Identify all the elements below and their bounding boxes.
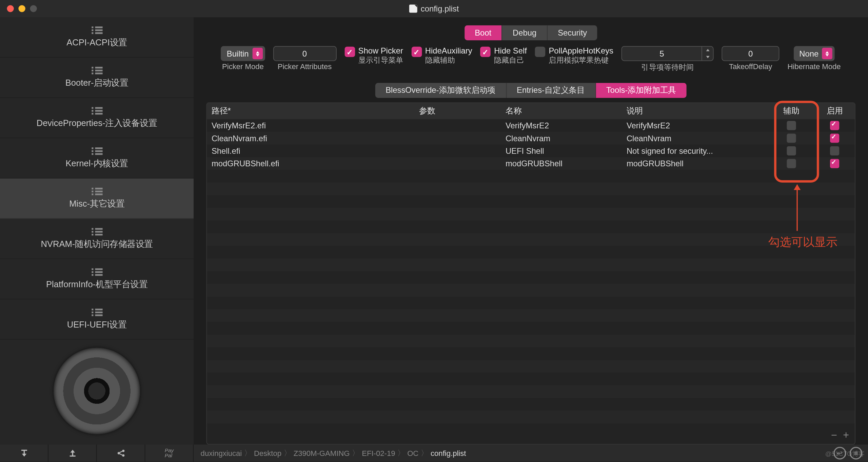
enabled-checkbox[interactable] xyxy=(830,159,839,168)
watermark: @51CTO博客 xyxy=(825,450,865,459)
add-row-button[interactable]: + xyxy=(843,429,849,442)
picker-mode-select[interactable]: Builtin xyxy=(221,46,265,61)
chevron-right-icon: 〉 xyxy=(421,448,428,459)
window-title-text: config.plist xyxy=(421,4,459,13)
sidebar-item-label: PlatformInfo-机型平台设置 xyxy=(46,279,147,290)
table-row[interactable]: CleanNvram.efiCleanNvramCleanNvram xyxy=(207,132,855,144)
list-icon xyxy=(91,268,102,275)
table-footer: − + xyxy=(207,427,855,444)
col-aux[interactable]: 辅助 xyxy=(768,103,814,119)
top-tab[interactable]: Security xyxy=(547,25,597,40)
col-enabled[interactable]: 启用 xyxy=(814,103,855,119)
takeoff-delay-field[interactable]: 0 xyxy=(722,46,780,61)
hide-self-checkbox[interactable] xyxy=(480,47,491,57)
enabled-checkbox[interactable] xyxy=(830,121,839,130)
picker-mode-label: Picker Mode xyxy=(222,62,264,71)
sub-tab[interactable]: Entries-自定义条目 xyxy=(506,83,595,98)
share-button[interactable] xyxy=(97,444,145,462)
col-name[interactable]: 名称 xyxy=(501,103,622,119)
sidebar-item-label: Booter-启动设置 xyxy=(65,78,129,88)
breadcrumb-item[interactable]: config.plist xyxy=(431,449,466,458)
hibernate-mode-select[interactable]: None xyxy=(793,46,834,61)
top-tab[interactable]: Boot xyxy=(465,25,502,40)
breadcrumb-item[interactable]: duxingxiucai xyxy=(201,449,242,458)
sidebar-item[interactable]: ACPI-ACPI设置 xyxy=(0,17,194,58)
hide-self-sub: 隐藏自己 xyxy=(494,55,527,66)
cell-desc: modGRUBShell xyxy=(622,156,768,171)
zoom-window-button[interactable] xyxy=(30,5,37,12)
list-icon xyxy=(91,107,102,114)
export-button[interactable] xyxy=(48,444,97,462)
top-tab[interactable]: Debug xyxy=(502,25,547,40)
import-button[interactable] xyxy=(0,444,48,462)
misc-section-tabs: BootDebugSecurity xyxy=(465,25,597,40)
table-row[interactable]: VerifyMsrE2.efiVerifyMsrE2VerifyMsrE2 xyxy=(207,119,855,132)
show-picker-title: Show Picker xyxy=(358,46,403,55)
hibernate-mode-label: Hibernate Mode xyxy=(787,62,841,71)
chevron-right-icon: 〉 xyxy=(284,448,291,459)
chevron-right-icon: 〉 xyxy=(352,448,359,459)
tools-sub-tabs: BlessOverride-添加微软启动项Entries-自定义条目Tools-… xyxy=(375,83,687,98)
aux-checkbox[interactable] xyxy=(787,146,796,155)
tools-table: 路径* 参数 名称 说明 辅助 启用 VerifyMsrE2.efiVerify… xyxy=(206,103,855,445)
cell-args xyxy=(414,135,501,141)
list-icon xyxy=(91,66,102,74)
aux-checkbox[interactable] xyxy=(787,159,796,168)
picker-attributes-label: Picker Attributes xyxy=(278,62,332,71)
timeout-value: 5 xyxy=(622,49,702,58)
breadcrumb-item[interactable]: Z390M-GAMING xyxy=(294,449,350,458)
close-window-button[interactable] xyxy=(7,5,14,12)
annotation-arrow xyxy=(796,185,797,231)
list-icon xyxy=(91,308,102,316)
takeoff-delay-label: TakeoffDelay xyxy=(729,62,772,71)
sidebar-item[interactable]: PlatformInfo-机型平台设置 xyxy=(0,259,194,299)
footer-tools: Pay Pal xyxy=(0,444,194,462)
svg-point-2 xyxy=(122,454,124,457)
table-row[interactable]: modGRUBShell.efimodGRUBShellmodGRUBShell xyxy=(207,157,855,170)
sidebar-item-label: NVRAM-随机访问存储器设置 xyxy=(41,239,153,250)
show-picker-checkbox[interactable] xyxy=(344,47,355,57)
sub-tab[interactable]: Tools-添加附加工具 xyxy=(595,83,687,98)
breadcrumb-item[interactable]: Desktop xyxy=(254,449,281,458)
col-desc[interactable]: 说明 xyxy=(622,103,768,119)
sidebar-item[interactable]: Booter-启动设置 xyxy=(0,58,194,98)
timeout-stepper[interactable] xyxy=(702,47,713,61)
cell-args xyxy=(414,123,501,128)
poll-apple-hotkeys-sub: 启用模拟苹果热键 xyxy=(549,55,613,66)
paypal-button[interactable]: Pay Pal xyxy=(145,444,194,462)
window-title: config.plist xyxy=(409,4,459,13)
poll-apple-hotkeys-checkbox[interactable] xyxy=(535,47,546,57)
breadcrumb-item[interactable]: EFI-02-19 xyxy=(362,449,395,458)
sidebar-item[interactable]: NVRAM-随机访问存储器设置 xyxy=(0,219,194,259)
takeoff-delay-value: 0 xyxy=(722,49,779,58)
sidebar-item-label: DeviceProperties-注入设备设置 xyxy=(37,118,157,129)
sidebar: ACPI-ACPI设置Booter-启动设置DeviceProperties-注… xyxy=(0,17,194,444)
aux-checkbox[interactable] xyxy=(787,133,796,143)
enabled-checkbox[interactable] xyxy=(830,133,839,143)
main-panel: BootDebugSecurity Builtin Picker Mode 0 xyxy=(194,17,868,444)
sidebar-item[interactable]: DeviceProperties-注入设备设置 xyxy=(0,98,194,138)
hide-auxiliary-checkbox[interactable] xyxy=(411,47,422,57)
col-args[interactable]: 参数 xyxy=(414,103,501,119)
chevron-right-icon: 〉 xyxy=(397,448,405,459)
sub-tab[interactable]: BlessOverride-添加微软启动项 xyxy=(375,83,506,98)
breadcrumb-item[interactable]: OC xyxy=(407,449,418,458)
table-row[interactable]: Shell.efiUEFI ShellNot signed for securi… xyxy=(207,145,855,157)
sidebar-item[interactable]: Misc-其它设置 xyxy=(0,178,194,219)
col-path[interactable]: 路径* xyxy=(207,103,414,119)
list-icon xyxy=(91,26,102,34)
hide-self-title: Hide Self xyxy=(494,46,527,55)
aux-checkbox[interactable] xyxy=(787,121,796,130)
picker-attributes-field[interactable]: 0 xyxy=(273,46,336,61)
breadcrumb: duxingxiucai〉Desktop〉Z390M-GAMING〉EFI-02… xyxy=(194,448,833,459)
remove-row-button[interactable]: − xyxy=(831,429,837,442)
show-picker-sub: 显示引导菜单 xyxy=(358,55,403,66)
timeout-field[interactable]: 5 xyxy=(622,46,714,61)
timeout-label: 引导项等待时间 xyxy=(641,62,694,73)
jog-wheel[interactable] xyxy=(54,348,140,434)
sidebar-item[interactable]: Kernel-内核设置 xyxy=(0,138,194,178)
enabled-checkbox[interactable] xyxy=(830,146,839,155)
table-header: 路径* 参数 名称 说明 辅助 启用 xyxy=(207,103,855,119)
sidebar-item[interactable]: UEFI-UEFI设置 xyxy=(0,299,194,340)
minimize-window-button[interactable] xyxy=(18,5,25,12)
